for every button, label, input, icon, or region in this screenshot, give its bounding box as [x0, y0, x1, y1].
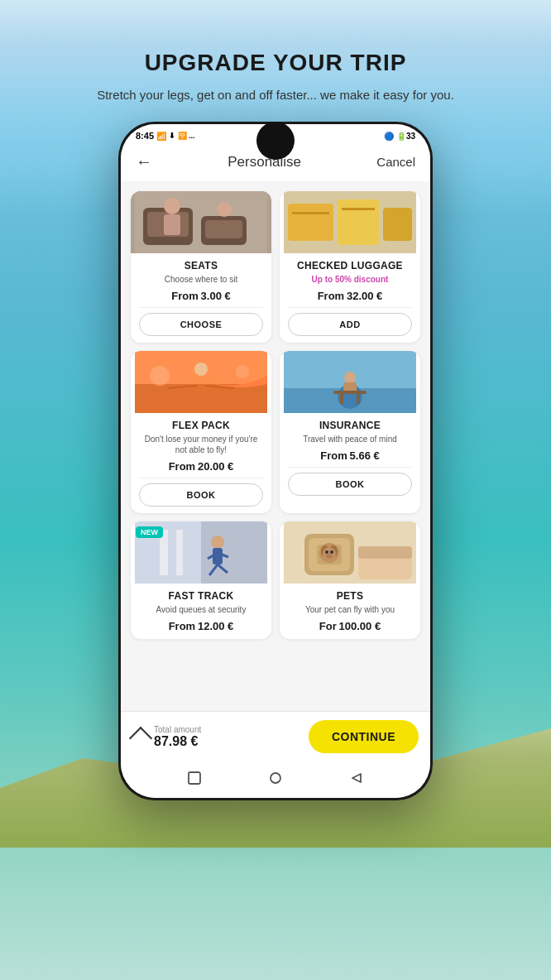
luggage-image: [280, 191, 420, 253]
android-square-button[interactable]: [186, 770, 203, 786]
android-home-button[interactable]: [267, 770, 284, 786]
svg-rect-29: [357, 394, 360, 404]
svg-rect-27: [333, 391, 367, 394]
page-header: UPGRADE YOUR TRIP Stretch your legs, get…: [0, 0, 551, 102]
status-left: 8:45 📶 ⬇ 🛜 ...: [136, 131, 195, 141]
svg-point-51: [326, 555, 333, 559]
android-nav: [121, 761, 430, 798]
seats-choose-button[interactable]: CHOOSE: [139, 313, 263, 336]
seats-card: SEATS Choose where to sit From 3.00 € CH…: [131, 191, 271, 343]
insurance-svg: [280, 351, 420, 413]
continue-button[interactable]: CONTINUE: [309, 720, 419, 753]
insurance-divider: [288, 467, 412, 468]
insurance-book-button[interactable]: BOOK: [288, 473, 412, 496]
expand-icon[interactable]: [129, 727, 152, 750]
flex-card: FLEX PACK Don't lose your money if you'r…: [131, 351, 271, 513]
flex-book-button[interactable]: BOOK: [139, 483, 263, 507]
fasttrack-card: NEW FAST TRACK Avoid queues at security …: [131, 521, 271, 639]
svg-rect-12: [292, 212, 329, 214]
cards-grid: SEATS Choose where to sit From 3.00 € CH…: [131, 191, 420, 639]
seats-divider: [139, 307, 263, 308]
fasttrack-desc: Avoid queues at security: [139, 604, 263, 615]
phone-frame: 8:45 📶 ⬇ 🛜 ... 🔵 🔋33 ← Personalise Cance…: [118, 122, 433, 800]
cancel-button[interactable]: Cancel: [376, 155, 415, 169]
page-title: UPGRADE YOUR TRIP: [0, 50, 551, 76]
insurance-price: From 5.66 €: [288, 449, 412, 462]
bluetooth-icon: 🔵: [384, 132, 394, 141]
luggage-card: CHECKED LUGGAGE Up to 50% discount From …: [280, 191, 420, 343]
svg-point-18: [194, 363, 208, 376]
svg-point-49: [325, 550, 328, 554]
pets-svg: [280, 521, 420, 584]
svg-point-16: [150, 366, 170, 386]
flex-title: FLEX PACK: [139, 420, 263, 431]
pets-title: PETS: [288, 590, 412, 602]
luggage-title: CHECKED LUGGAGE: [288, 260, 412, 271]
total-label: Total amount: [154, 725, 201, 734]
flex-svg: [131, 351, 271, 413]
flex-price: From 20.00 €: [139, 460, 263, 473]
fasttrack-title: FAST TRACK: [139, 590, 263, 602]
svg-point-55: [271, 773, 280, 783]
flex-divider: [139, 478, 263, 478]
signal-icons: ⬇ 🛜 ...: [169, 132, 195, 140]
seats-price: From 3.00 €: [139, 290, 263, 302]
phone-inner: 8:45 📶 ⬇ 🛜 ... 🔵 🔋33 ← Personalise Cance…: [121, 124, 430, 798]
svg-point-25: [344, 372, 356, 383]
fasttrack-price: From 12.00 €: [139, 620, 263, 632]
luggage-discount: Up to 50% discount: [288, 274, 412, 285]
insurance-card: INSURANCE Travel with peace of mind From…: [280, 351, 420, 513]
status-right: 🔵 🔋33: [384, 132, 415, 141]
svg-rect-13: [342, 208, 375, 210]
luggage-svg: [280, 191, 420, 253]
seats-desc: Choose where to sit: [139, 274, 263, 285]
luggage-add-button[interactable]: ADD: [288, 313, 412, 336]
flex-card-body: FLEX PACK Don't lose your money if you'r…: [131, 413, 271, 513]
phone-wrapper: 8:45 📶 ⬇ 🛜 ... 🔵 🔋33 ← Personalise Cance…: [0, 122, 551, 800]
status-bar: 8:45 📶 ⬇ 🛜 ... 🔵 🔋33: [121, 124, 430, 144]
insurance-card-body: INSURANCE Travel with peace of mind From…: [280, 413, 420, 513]
seats-card-body: SEATS Choose where to sit From 3.00 € CH…: [131, 253, 271, 343]
pets-price: For 100.00 €: [288, 620, 412, 632]
flex-image: [131, 351, 271, 413]
svg-rect-54: [189, 772, 200, 784]
time-display: 8:45: [136, 131, 154, 141]
svg-point-7: [217, 202, 232, 217]
total-amount: 87.98 €: [154, 734, 201, 749]
svg-marker-56: [352, 774, 361, 782]
svg-point-50: [330, 550, 333, 554]
svg-rect-10: [338, 199, 379, 245]
fasttrack-card-body: FAST TRACK Avoid queues at security From…: [131, 584, 271, 639]
svg-point-35: [211, 536, 224, 549]
pets-card-body: PETS Your pet can fly with you For 100.0…: [280, 584, 420, 639]
luggage-card-body: CHECKED LUGGAGE Up to 50% discount From …: [280, 253, 420, 343]
svg-rect-34: [176, 530, 183, 575]
luggage-divider: [288, 307, 412, 308]
svg-point-48: [323, 547, 336, 560]
pets-card: PETS Your pet can fly with you For 100.0…: [280, 521, 420, 639]
insurance-title: INSURANCE: [288, 420, 412, 431]
flex-desc: Don't lose your money if you're not able…: [139, 434, 263, 455]
android-back-button[interactable]: [348, 770, 365, 786]
battery-display: 🔋33: [396, 132, 415, 141]
svg-rect-53: [358, 546, 412, 559]
page-subtitle: Stretch your legs, get on and off faster…: [0, 88, 551, 102]
fasttrack-image: NEW: [131, 521, 271, 584]
seats-image: [131, 191, 271, 253]
total-section: Total amount 87.98 €: [132, 725, 201, 749]
insurance-desc: Travel with peace of mind: [288, 434, 412, 444]
svg-rect-6: [205, 220, 242, 238]
total-text: Total amount 87.98 €: [154, 725, 201, 749]
svg-rect-4: [164, 214, 180, 235]
back-button[interactable]: ←: [136, 152, 152, 171]
svg-point-17: [236, 365, 249, 378]
luggage-price: From 32.00 €: [288, 290, 412, 302]
svg-rect-11: [383, 208, 412, 241]
scroll-content[interactable]: SEATS Choose where to sit From 3.00 € CH…: [121, 181, 430, 711]
svg-rect-28: [340, 394, 343, 404]
insurance-image: [280, 351, 420, 413]
svg-rect-9: [288, 204, 333, 241]
bottom-bar: Total amount 87.98 € CONTINUE: [121, 711, 430, 761]
svg-rect-19: [189, 376, 213, 391]
pets-image: [280, 521, 420, 584]
